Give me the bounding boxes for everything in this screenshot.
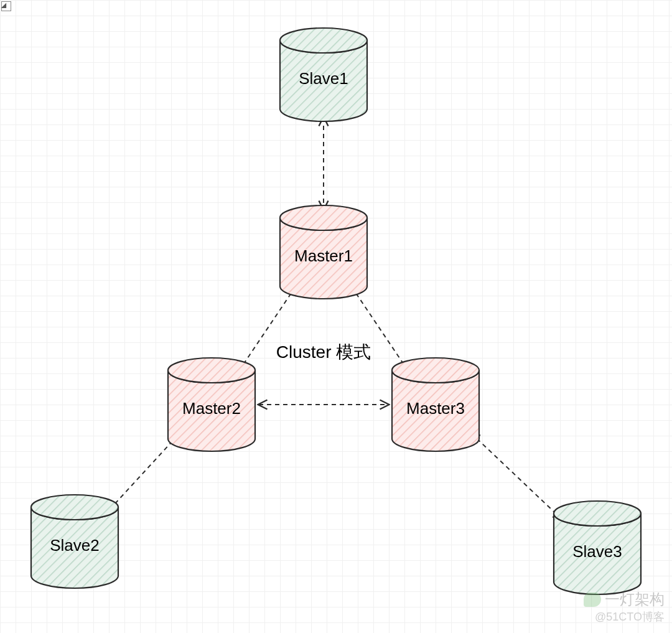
- watermark-source: @51CTO博客: [595, 609, 665, 624]
- db-node-master2: Master2: [168, 358, 255, 451]
- diagram-canvas: Slave1Master1Master2Master3Slave2Slave3 …: [0, 0, 672, 633]
- edge-master3-slave3: [471, 433, 562, 520]
- db-node-label-master2: Master2: [182, 399, 241, 418]
- diagram-svg: Slave1Master1Master2Master3Slave2Slave3 …: [0, 0, 672, 633]
- db-node-slave1: Slave1: [280, 28, 367, 121]
- watermark-brand-text: 一灯架构: [605, 589, 665, 609]
- svg-point-7: [392, 358, 479, 383]
- edge-master1-master2: [240, 287, 296, 370]
- chat-bubble-icon: [584, 593, 601, 607]
- db-node-master3: Master3: [392, 358, 479, 451]
- diagram-title: Cluster 模式: [276, 342, 371, 362]
- db-node-label-slave2: Slave2: [50, 536, 100, 555]
- db-node-slave2: Slave2: [31, 495, 118, 588]
- svg-point-9: [554, 501, 641, 526]
- canvas-resize-handle[interactable]: [1, 1, 11, 11]
- watermark-brand: 一灯架构: [584, 589, 665, 609]
- svg-point-4: [280, 28, 367, 53]
- db-node-label-slave3: Slave3: [572, 542, 622, 561]
- svg-point-5: [280, 205, 367, 230]
- svg-point-8: [31, 495, 118, 520]
- db-node-label-master3: Master3: [406, 399, 465, 418]
- db-node-label-slave1: Slave1: [299, 69, 348, 88]
- db-node-label-master1: Master1: [294, 246, 353, 265]
- edge-master2-slave2: [108, 435, 179, 511]
- db-node-master1: Master1: [280, 205, 367, 299]
- edge-master1-master3: [352, 287, 408, 370]
- db-node-slave3: Slave3: [554, 501, 641, 594]
- svg-point-6: [168, 358, 255, 383]
